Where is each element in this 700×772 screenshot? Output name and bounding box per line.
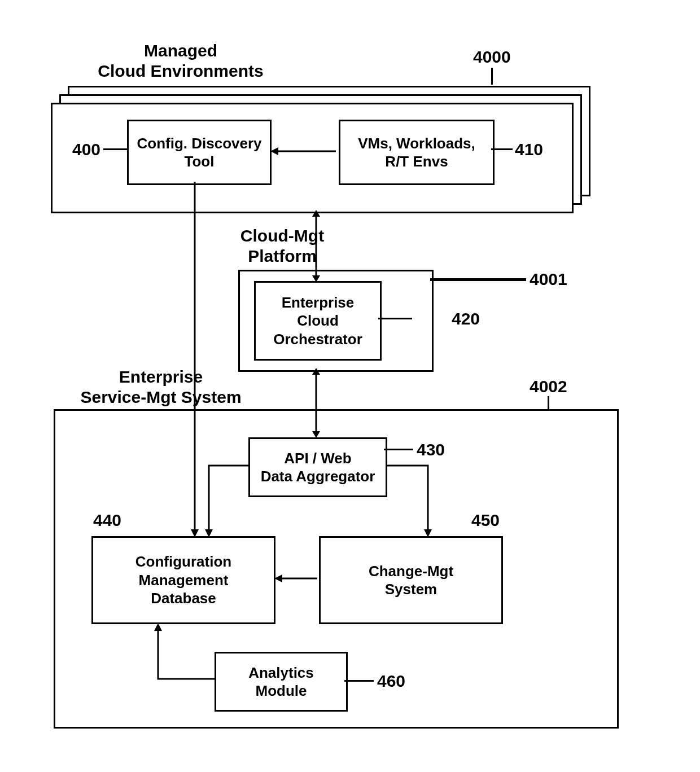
vms-workloads-box: VMs, Workloads,R/T Envs: [339, 120, 495, 185]
cmdb-box: ConfigurationManagementDatabase: [91, 536, 275, 624]
arrow-analytics-to-cmdb: [147, 620, 217, 685]
arrow-vms-to-config: [268, 144, 339, 161]
lead-420: [378, 318, 412, 319]
lead-4001: [430, 278, 526, 281]
num-4002: 4002: [530, 377, 567, 396]
svg-marker-6: [312, 368, 320, 375]
svg-marker-4: [312, 275, 320, 282]
svg-marker-14: [154, 623, 162, 631]
lead-400: [103, 148, 127, 150]
lead-430: [384, 449, 413, 450]
tick-4000: [491, 68, 493, 85]
num-4001: 4001: [530, 270, 567, 289]
arrow-api-to-changemgt: [383, 460, 439, 542]
cloud-mgt-title: Cloud-MgtPlatform: [220, 226, 344, 266]
num-420: 420: [452, 309, 480, 328]
arrow-orch-api: [308, 367, 325, 439]
num-410: 410: [515, 140, 543, 159]
change-mgt-box: Change-MgtSystem: [319, 536, 503, 624]
svg-marker-11: [424, 529, 432, 537]
managed-cloud-title: ManagedCloud Environments: [79, 41, 282, 81]
num-430: 430: [417, 440, 445, 459]
tick-4002: [548, 396, 549, 409]
num-400: 400: [72, 140, 100, 159]
lead-460: [344, 680, 374, 682]
lead-410: [491, 148, 513, 150]
svg-marker-13: [274, 574, 282, 582]
arrow-cloud-orch: [308, 209, 325, 283]
svg-marker-1: [270, 147, 278, 155]
num-4000: 4000: [473, 47, 511, 67]
svg-marker-3: [312, 210, 320, 217]
arrow-changemgt-to-cmdb: [272, 570, 320, 587]
arrow-api-to-cmdb: [200, 460, 251, 542]
analytics-box: AnalyticsModule: [215, 652, 348, 712]
svg-marker-10: [205, 529, 213, 537]
num-460: 460: [377, 672, 405, 691]
config-discovery-box: Config. DiscoveryTool: [127, 120, 272, 185]
enterprise-svc-mgt-title: EnterpriseService-Mgt System: [59, 367, 262, 407]
svg-marker-9: [191, 529, 199, 537]
diagram-canvas: ManagedCloud Environments Cloud-MgtPlatf…: [0, 0, 700, 772]
num-450: 450: [471, 511, 500, 530]
orchestrator-box: EnterpriseCloudOrchestrator: [254, 281, 382, 361]
api-web-box: API / WebData Aggregator: [248, 437, 387, 497]
num-440: 440: [93, 511, 121, 530]
